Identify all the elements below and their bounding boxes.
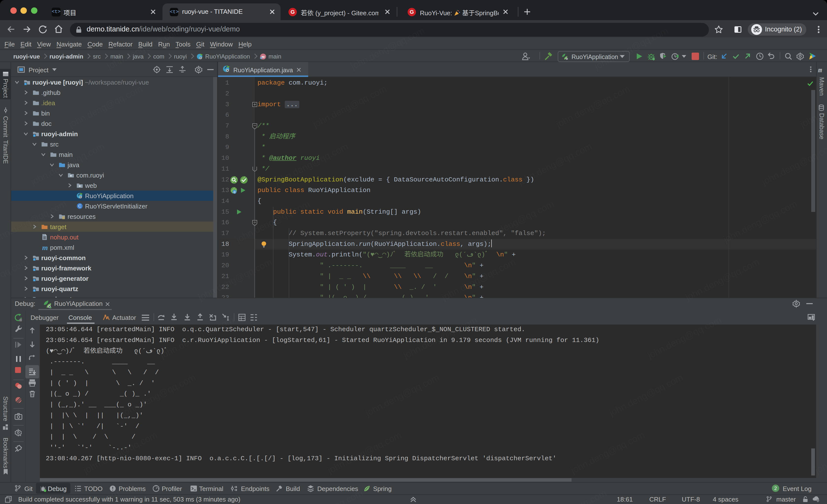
svg-text:C: C: [78, 204, 81, 209]
svg-text:m: m: [42, 244, 48, 251]
svg-text:e: e: [233, 190, 236, 194]
